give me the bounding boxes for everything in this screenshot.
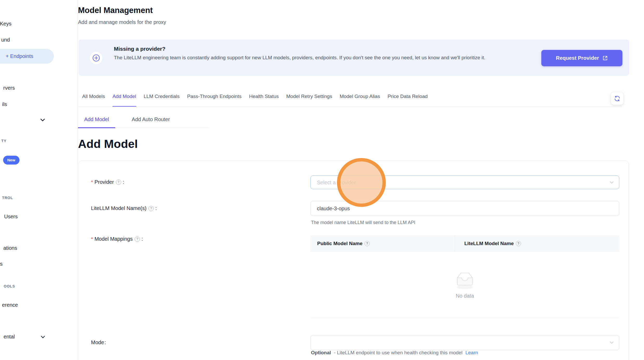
page-title: Model Management	[78, 6, 153, 15]
missing-provider-banner: Missing a provider? The LiteLLM engineer…	[79, 40, 629, 76]
add-model-heading: Add Model	[78, 137, 138, 151]
request-provider-button[interactable]: Request Provider	[541, 50, 622, 66]
label-colon: :	[141, 236, 143, 242]
sidebar-section-tools: OOLS	[4, 284, 15, 288]
subtab-add-model[interactable]: Add Model	[78, 114, 115, 128]
provider-label: * Provider ? :	[91, 179, 124, 185]
tab-health-status[interactable]: Health Status	[249, 94, 279, 106]
tab-model-retry-settings[interactable]: Model Retry Settings	[286, 94, 332, 106]
empty-inbox-icon	[454, 271, 476, 290]
model-name-input[interactable]: claude-3-opus	[310, 201, 619, 216]
label-colon: :	[123, 179, 124, 185]
model-name-value: claude-3-opus	[317, 206, 350, 212]
mode-select[interactable]	[310, 335, 619, 350]
mode-label: Mode :	[91, 339, 106, 345]
chevron-down-icon	[610, 180, 614, 185]
no-data-text: No data	[456, 293, 474, 299]
external-link-icon	[602, 55, 608, 61]
sidebar-item-playground[interactable]: und	[1, 37, 10, 43]
refresh-icon	[614, 95, 621, 102]
tab-add-model[interactable]: Add Model	[113, 94, 136, 107]
model-name-help: The model name LiteLLM will send to the …	[311, 220, 415, 225]
model-name-label: LiteLLM Model Name(s) ? :	[91, 205, 157, 211]
table-header-row: Public Model Name ? LiteLLM Model Name ?	[310, 235, 619, 252]
model-mappings-label: * Model Mappings ? :	[91, 236, 143, 242]
request-provider-label: Request Provider	[556, 55, 599, 61]
chevron-down-icon[interactable]	[40, 334, 46, 340]
mode-help-text: - LiteLLM endpoint to use when health ch…	[334, 350, 462, 355]
column-header-text: Public Model Name	[317, 241, 362, 246]
tab-pass-through-endpoints[interactable]: Pass-Through Endpoints	[187, 94, 242, 106]
sidebar-item-users[interactable]: Users	[4, 214, 18, 220]
page-subtitle: Add and manage models for the proxy	[78, 19, 166, 25]
table-empty-state: No data	[310, 252, 619, 318]
help-question-icon[interactable]: ?	[135, 237, 140, 242]
column-header-public-model-name: Public Model Name ?	[310, 235, 455, 251]
help-question-icon[interactable]: ?	[116, 180, 121, 185]
tab-llm-credentials[interactable]: LLM Credentials	[144, 94, 180, 106]
banner-body: The LiteLLM engineering team is constant…	[114, 54, 538, 61]
required-asterisk: *	[91, 236, 93, 242]
tab-model-group-alias[interactable]: Model Group Alias	[340, 94, 380, 106]
sidebar-section-observability: TY	[1, 139, 6, 143]
model-tabs: All Models Add Model LLM Credentials Pas…	[78, 94, 622, 107]
sidebar-item-servers[interactable]: rvers	[3, 85, 15, 91]
provider-select-placeholder: Select a provider	[317, 179, 356, 185]
new-badge[interactable]: New	[3, 156, 19, 165]
sidebar-item-guardrails[interactable]: ils	[2, 101, 7, 107]
sidebar-item-reference[interactable]: erence	[2, 302, 18, 308]
chevron-down-icon	[610, 341, 614, 345]
subtab-add-auto-router[interactable]: Add Auto Router	[121, 114, 181, 128]
help-question-icon[interactable]: ?	[148, 206, 154, 211]
sidebar-item-keys[interactable]: Keys	[0, 21, 11, 27]
provider-select[interactable]: Select a provider	[310, 175, 619, 189]
provider-label-text: Provider	[94, 179, 114, 185]
model-name-label-text: LiteLLM Model Name(s)	[91, 205, 146, 211]
tab-price-data-reload[interactable]: Price Data Reload	[388, 94, 428, 106]
mode-help-optional: Optional	[311, 350, 331, 355]
sidebar-section-access-control: TROL	[2, 196, 13, 200]
column-header-text: LiteLLM Model Name	[464, 241, 514, 246]
help-question-icon[interactable]: ?	[365, 241, 370, 246]
refresh-button[interactable]	[611, 92, 623, 105]
sidebar-item-organizations[interactable]: ations	[3, 245, 17, 251]
page: Keys und + Endpoints rvers ils TY New TR…	[0, 0, 644, 360]
add-model-subtabs: Add Model Add Auto Router	[78, 114, 209, 128]
add-model-form-card: * Provider ? : Select a provider LiteLLM…	[79, 160, 629, 360]
tab-all-models[interactable]: All Models	[82, 94, 105, 106]
mode-help: Optional - LiteLLM endpoint to use when …	[311, 350, 478, 356]
mode-label-text: Mode	[91, 339, 104, 345]
sidebar-item-teams[interactable]: s	[0, 261, 3, 267]
label-colon: :	[105, 339, 106, 345]
sidebar-item-models-endpoints-active[interactable]: + Endpoints	[0, 49, 54, 64]
chevron-down-icon[interactable]	[40, 117, 45, 123]
plus-circle-icon	[90, 52, 102, 64]
sidebar-item-experimental[interactable]: ental	[4, 334, 15, 340]
help-question-icon[interactable]: ?	[516, 241, 521, 246]
column-header-litellm-model-name: LiteLLM Model Name ?	[455, 235, 619, 251]
model-mappings-label-text: Model Mappings	[94, 236, 133, 242]
sidebar: Keys und + Endpoints rvers ils TY New TR…	[0, 0, 77, 360]
learn-more-link[interactable]: Learn	[465, 350, 478, 355]
required-asterisk: *	[91, 179, 93, 185]
banner-title: Missing a provider?	[114, 46, 165, 52]
label-colon: :	[155, 205, 157, 211]
model-mappings-table: Public Model Name ? LiteLLM Model Name ?…	[310, 235, 619, 318]
